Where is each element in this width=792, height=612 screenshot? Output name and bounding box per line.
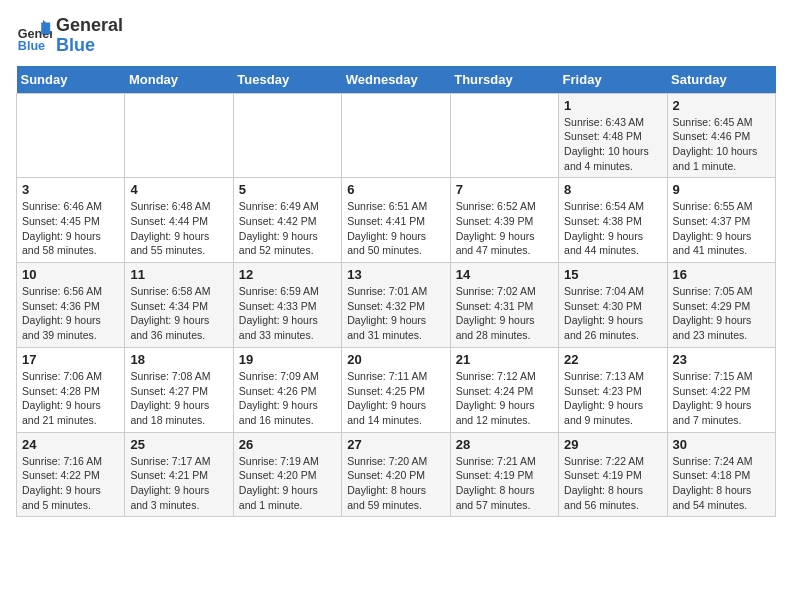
calendar-cell (233, 93, 341, 178)
day-info: Sunrise: 6:45 AM Sunset: 4:46 PM Dayligh… (673, 115, 770, 174)
day-number: 27 (347, 437, 444, 452)
day-info: Sunrise: 7:13 AM Sunset: 4:23 PM Dayligh… (564, 369, 661, 428)
day-number: 29 (564, 437, 661, 452)
calendar-cell: 21Sunrise: 7:12 AM Sunset: 4:24 PM Dayli… (450, 347, 558, 432)
day-number: 25 (130, 437, 227, 452)
logo: General Blue General Blue (16, 16, 123, 56)
calendar-cell: 28Sunrise: 7:21 AM Sunset: 4:19 PM Dayli… (450, 432, 558, 517)
calendar-cell: 17Sunrise: 7:06 AM Sunset: 4:28 PM Dayli… (17, 347, 125, 432)
day-number: 19 (239, 352, 336, 367)
calendar-cell: 22Sunrise: 7:13 AM Sunset: 4:23 PM Dayli… (559, 347, 667, 432)
day-number: 3 (22, 182, 119, 197)
day-info: Sunrise: 7:09 AM Sunset: 4:26 PM Dayligh… (239, 369, 336, 428)
calendar-cell (450, 93, 558, 178)
day-number: 20 (347, 352, 444, 367)
calendar-week-row: 1Sunrise: 6:43 AM Sunset: 4:48 PM Daylig… (17, 93, 776, 178)
day-info: Sunrise: 7:16 AM Sunset: 4:22 PM Dayligh… (22, 454, 119, 513)
calendar-cell: 12Sunrise: 6:59 AM Sunset: 4:33 PM Dayli… (233, 263, 341, 348)
day-info: Sunrise: 6:55 AM Sunset: 4:37 PM Dayligh… (673, 199, 770, 258)
day-info: Sunrise: 6:59 AM Sunset: 4:33 PM Dayligh… (239, 284, 336, 343)
calendar-cell: 2Sunrise: 6:45 AM Sunset: 4:46 PM Daylig… (667, 93, 775, 178)
day-number: 11 (130, 267, 227, 282)
day-number: 28 (456, 437, 553, 452)
calendar-cell: 30Sunrise: 7:24 AM Sunset: 4:18 PM Dayli… (667, 432, 775, 517)
day-number: 6 (347, 182, 444, 197)
day-info: Sunrise: 7:21 AM Sunset: 4:19 PM Dayligh… (456, 454, 553, 513)
calendar-cell: 9Sunrise: 6:55 AM Sunset: 4:37 PM Daylig… (667, 178, 775, 263)
day-info: Sunrise: 7:24 AM Sunset: 4:18 PM Dayligh… (673, 454, 770, 513)
calendar-cell: 11Sunrise: 6:58 AM Sunset: 4:34 PM Dayli… (125, 263, 233, 348)
calendar-cell: 25Sunrise: 7:17 AM Sunset: 4:21 PM Dayli… (125, 432, 233, 517)
calendar-cell: 13Sunrise: 7:01 AM Sunset: 4:32 PM Dayli… (342, 263, 450, 348)
day-number: 5 (239, 182, 336, 197)
weekday-header: Sunday (17, 66, 125, 94)
day-info: Sunrise: 6:49 AM Sunset: 4:42 PM Dayligh… (239, 199, 336, 258)
day-number: 4 (130, 182, 227, 197)
day-number: 14 (456, 267, 553, 282)
calendar-cell (342, 93, 450, 178)
weekday-header: Thursday (450, 66, 558, 94)
day-info: Sunrise: 7:02 AM Sunset: 4:31 PM Dayligh… (456, 284, 553, 343)
calendar-cell: 26Sunrise: 7:19 AM Sunset: 4:20 PM Dayli… (233, 432, 341, 517)
calendar-week-row: 17Sunrise: 7:06 AM Sunset: 4:28 PM Dayli… (17, 347, 776, 432)
calendar-header-row: SundayMondayTuesdayWednesdayThursdayFrid… (17, 66, 776, 94)
day-info: Sunrise: 6:51 AM Sunset: 4:41 PM Dayligh… (347, 199, 444, 258)
day-number: 7 (456, 182, 553, 197)
calendar-cell: 23Sunrise: 7:15 AM Sunset: 4:22 PM Dayli… (667, 347, 775, 432)
day-info: Sunrise: 6:52 AM Sunset: 4:39 PM Dayligh… (456, 199, 553, 258)
day-number: 10 (22, 267, 119, 282)
weekday-header: Monday (125, 66, 233, 94)
logo-icon: General Blue (16, 18, 52, 54)
calendar-week-row: 24Sunrise: 7:16 AM Sunset: 4:22 PM Dayli… (17, 432, 776, 517)
day-info: Sunrise: 6:54 AM Sunset: 4:38 PM Dayligh… (564, 199, 661, 258)
day-number: 21 (456, 352, 553, 367)
weekday-header: Tuesday (233, 66, 341, 94)
day-number: 17 (22, 352, 119, 367)
page-header: General Blue General Blue (16, 16, 776, 56)
day-number: 2 (673, 98, 770, 113)
day-info: Sunrise: 7:08 AM Sunset: 4:27 PM Dayligh… (130, 369, 227, 428)
day-number: 13 (347, 267, 444, 282)
calendar: SundayMondayTuesdayWednesdayThursdayFrid… (16, 66, 776, 518)
calendar-cell: 8Sunrise: 6:54 AM Sunset: 4:38 PM Daylig… (559, 178, 667, 263)
calendar-week-row: 3Sunrise: 6:46 AM Sunset: 4:45 PM Daylig… (17, 178, 776, 263)
day-number: 30 (673, 437, 770, 452)
day-info: Sunrise: 7:12 AM Sunset: 4:24 PM Dayligh… (456, 369, 553, 428)
weekday-header: Friday (559, 66, 667, 94)
calendar-week-row: 10Sunrise: 6:56 AM Sunset: 4:36 PM Dayli… (17, 263, 776, 348)
day-info: Sunrise: 7:05 AM Sunset: 4:29 PM Dayligh… (673, 284, 770, 343)
calendar-cell: 4Sunrise: 6:48 AM Sunset: 4:44 PM Daylig… (125, 178, 233, 263)
day-info: Sunrise: 7:22 AM Sunset: 4:19 PM Dayligh… (564, 454, 661, 513)
calendar-cell: 10Sunrise: 6:56 AM Sunset: 4:36 PM Dayli… (17, 263, 125, 348)
svg-text:Blue: Blue (18, 39, 45, 53)
day-info: Sunrise: 7:01 AM Sunset: 4:32 PM Dayligh… (347, 284, 444, 343)
day-info: Sunrise: 6:58 AM Sunset: 4:34 PM Dayligh… (130, 284, 227, 343)
calendar-cell: 3Sunrise: 6:46 AM Sunset: 4:45 PM Daylig… (17, 178, 125, 263)
day-number: 8 (564, 182, 661, 197)
calendar-cell (125, 93, 233, 178)
day-number: 1 (564, 98, 661, 113)
calendar-cell: 24Sunrise: 7:16 AM Sunset: 4:22 PM Dayli… (17, 432, 125, 517)
day-info: Sunrise: 6:56 AM Sunset: 4:36 PM Dayligh… (22, 284, 119, 343)
day-info: Sunrise: 7:19 AM Sunset: 4:20 PM Dayligh… (239, 454, 336, 513)
day-info: Sunrise: 7:04 AM Sunset: 4:30 PM Dayligh… (564, 284, 661, 343)
day-number: 15 (564, 267, 661, 282)
weekday-header: Wednesday (342, 66, 450, 94)
calendar-cell: 14Sunrise: 7:02 AM Sunset: 4:31 PM Dayli… (450, 263, 558, 348)
calendar-cell: 27Sunrise: 7:20 AM Sunset: 4:20 PM Dayli… (342, 432, 450, 517)
day-number: 18 (130, 352, 227, 367)
day-number: 24 (22, 437, 119, 452)
calendar-cell: 7Sunrise: 6:52 AM Sunset: 4:39 PM Daylig… (450, 178, 558, 263)
calendar-cell: 6Sunrise: 6:51 AM Sunset: 4:41 PM Daylig… (342, 178, 450, 263)
day-number: 9 (673, 182, 770, 197)
day-number: 16 (673, 267, 770, 282)
day-info: Sunrise: 6:46 AM Sunset: 4:45 PM Dayligh… (22, 199, 119, 258)
day-number: 23 (673, 352, 770, 367)
calendar-cell (17, 93, 125, 178)
calendar-cell: 1Sunrise: 6:43 AM Sunset: 4:48 PM Daylig… (559, 93, 667, 178)
calendar-cell: 20Sunrise: 7:11 AM Sunset: 4:25 PM Dayli… (342, 347, 450, 432)
day-info: Sunrise: 7:15 AM Sunset: 4:22 PM Dayligh… (673, 369, 770, 428)
day-info: Sunrise: 7:06 AM Sunset: 4:28 PM Dayligh… (22, 369, 119, 428)
day-number: 12 (239, 267, 336, 282)
calendar-cell: 18Sunrise: 7:08 AM Sunset: 4:27 PM Dayli… (125, 347, 233, 432)
